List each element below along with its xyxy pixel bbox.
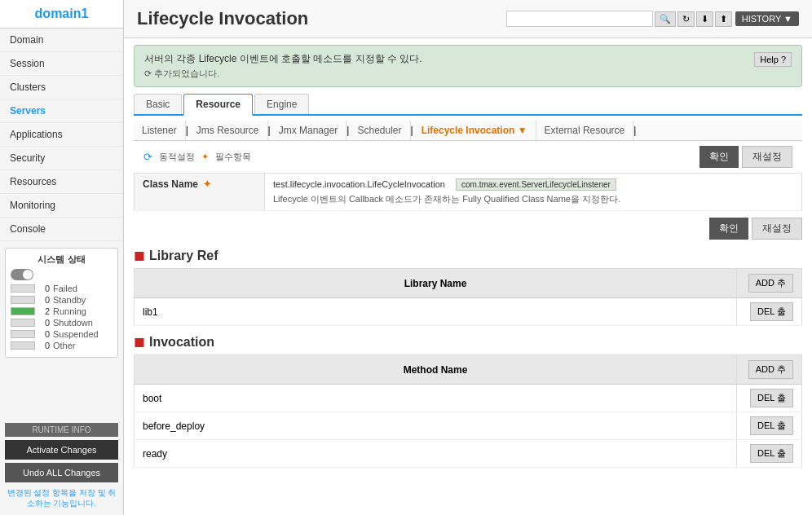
system-status-panel: 시스템 상태 0 Failed 0 Standby 2 Running 0 Sh… [5,248,118,358]
reset-button-2[interactable]: 재설정 [752,218,802,240]
invocation-row-before-deploy: before_deploy DEL 출 [135,412,802,440]
invocation-table: Method Name ADD 추 boot DEL 출 before_depl… [134,354,802,468]
status-suspended: 0 Suspended [11,329,113,339]
status-shutdown: 0 Shutdown [11,318,113,328]
tab-basic[interactable]: Basic [134,94,182,114]
header-right: 🔍 ↻ ⬇ ⬆ HISTORY ▼ [506,11,799,27]
toolbar: ⟳ 동적설정 ✦ 필수항목 확인 재설정 [143,146,792,168]
library-ref-icon: ◼ [134,248,144,263]
del-ready-button[interactable]: DEL 출 [750,444,793,463]
form-bottom-toolbar: 확인 재설정 [134,218,802,240]
invocation-add-button[interactable]: ADD 추 [748,360,793,379]
sidebar-item-clusters[interactable]: Clusters [0,76,123,99]
class-name-label: Class Name ✦ [135,174,265,211]
dynamic-label: 동적설정 [159,151,195,163]
confirm-button-2[interactable]: 확인 [709,218,748,240]
system-status-title: 시스템 상태 [11,253,113,266]
required-star: ✦ [203,178,211,190]
class-name-row: Class Name ✦ test.lifecycle.invocation.L… [135,174,802,211]
invocation-header-row: Method Name ADD 추 [135,355,802,385]
search-button[interactable]: 🔍 [655,11,676,27]
activate-changes-button[interactable]: Activate Changes [5,440,118,460]
method-name-boot: boot [135,385,737,412]
library-name-col-header: Library Name [135,269,737,298]
tab-resource[interactable]: Resource [183,94,253,116]
invocation-del-ready: DEL 출 [737,440,802,468]
subtab-lifecycle-invocation[interactable]: Lifecycle Invocation ▼ [413,121,536,140]
toolbar-left: ⟳ 동적설정 ✦ 필수항목 [143,151,251,163]
library-ref-body: lib1 DEL 출 [135,298,802,326]
invocation-header: ◼ Invocation [134,334,802,350]
sidebar-note: 변경된 설정 항목을 저장 및 취소하는 기능입니다. [5,486,118,510]
confirm-button[interactable]: 확인 [699,146,739,168]
subtab-jms-resource[interactable]: Jms Resource [188,121,268,140]
library-ref-table: Library Name ADD 추 lib1 DEL 출 [134,268,802,326]
del-boot-button[interactable]: DEL 출 [750,389,793,407]
sidebar-item-domain[interactable]: Domain [0,29,123,52]
main-content: Lifecycle Invocation 🔍 ↻ ⬇ ⬆ HISTORY ▼ 서… [124,0,812,515]
sidebar-item-console[interactable]: Console [0,218,123,241]
class-name-value-cell: test.lifecycle.invocation.LifeCycleInvoc… [265,174,802,211]
library-name-cell: lib1 [135,298,737,326]
help-button[interactable]: Help ? [754,52,792,67]
dynamic-icon: ⟳ [143,151,152,163]
notice-bar: 서버의 각종 Lifecycle 이벤트에 호출할 메소드를 지정할 수 있다.… [134,45,802,87]
invocation-row-ready: ready DEL 출 [135,440,802,468]
main-header: Lifecycle Invocation 🔍 ↻ ⬇ ⬆ HISTORY ▼ [124,0,812,38]
subtab-external-resource[interactable]: External Resource [536,121,634,140]
status-other: 0 Other [11,341,113,350]
tab-engine[interactable]: Engine [254,94,309,114]
import-button[interactable]: ⬆ [715,11,732,27]
domain-name: domain1 [35,7,89,20]
sidebar-item-security[interactable]: Security [0,147,123,170]
runtime-info-label: RUNTIME INFO [5,423,118,437]
library-del-cell: DEL 출 [737,298,802,326]
status-standby: 0 Standby [11,295,113,305]
sidebar-item-session[interactable]: Session [0,52,123,76]
refresh-button[interactable]: ↻ [677,11,695,27]
required-label: 필수항목 [215,151,251,163]
library-ref-row: lib1 DEL 출 [135,298,802,326]
sidebar-item-servers[interactable]: Servers [0,99,123,123]
search-input[interactable] [506,11,653,27]
invocation-add-col: ADD 추 [737,355,802,385]
method-name-col-header: Method Name [135,355,737,385]
status-running: 2 Running [11,306,113,316]
method-name-before-deploy: before_deploy [135,412,737,440]
sidebar-bottom: RUNTIME INFO Activate Changes Undo ALL C… [0,418,123,515]
sidebar-logo: domain1 [0,0,123,29]
reset-button[interactable]: 재설정 [742,146,792,168]
invocation-row-boot: boot DEL 출 [135,385,802,412]
library-ref-header-row: Library Name ADD 추 [135,269,802,298]
notice-main: 서버의 각종 Lifecycle 이벤트에 호출할 메소드를 지정할 수 있다. [144,52,754,66]
subtab-jmx-manager[interactable]: Jmx Manager [271,121,347,140]
subtab-bar: Listener | Jms Resource | Jmx Manager | … [134,121,802,141]
class-name-value: test.lifecycle.invocation.LifeCycleInvoc… [273,179,445,189]
library-add-button[interactable]: ADD 추 [748,274,793,293]
subtab-listener[interactable]: Listener [134,121,186,140]
export-button[interactable]: ⬇ [696,11,713,27]
invocation-del-before-deploy: DEL 출 [737,412,802,440]
sidebar-item-monitoring[interactable]: Monitoring [0,194,123,218]
invocation-title: Invocation [149,335,214,350]
sidebar-nav: Domain Session Clusters Servers Applicat… [0,29,123,241]
invocation-body: boot DEL 출 before_deploy DEL 출 ready DEL… [135,385,802,468]
class-name-form: Class Name ✦ test.lifecycle.invocation.L… [134,173,802,211]
class-name-tag[interactable]: com.tmax.event.ServerLifecycleLinstener [456,178,616,191]
toolbar-right: 확인 재설정 [699,146,792,168]
history-button[interactable]: HISTORY ▼ [735,11,799,26]
del-before-deploy-button[interactable]: DEL 출 [750,416,793,435]
class-name-note: Lifecycle 이벤트의 Callback 메소드가 존재하는 Fully … [273,193,793,205]
page-title: Lifecycle Invocation [137,8,308,29]
library-ref-header: ◼ Library Ref [134,248,802,263]
tab-bar: Basic Resource Engine [134,94,802,116]
invocation-icon: ◼ [134,334,144,350]
sidebar-item-resources[interactable]: Resources [0,170,123,194]
invocation-del-boot: DEL 출 [737,385,802,412]
status-toggle[interactable] [11,269,113,280]
sidebar-item-applications[interactable]: Applications [0,123,123,147]
undo-all-button[interactable]: Undo ALL Changes [5,463,118,482]
sidebar: domain1 Domain Session Clusters Servers … [0,0,124,515]
library-del-button[interactable]: DEL 출 [750,302,793,321]
subtab-scheduler[interactable]: Scheduler [349,121,410,140]
